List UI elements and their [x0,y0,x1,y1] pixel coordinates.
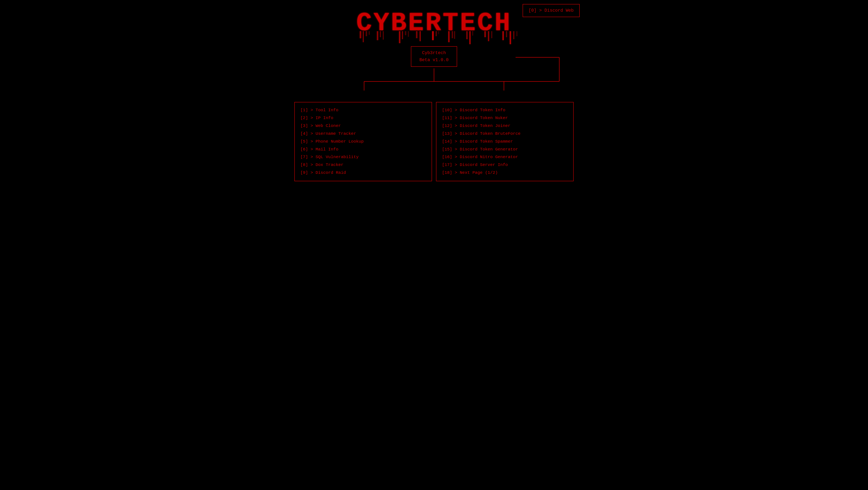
root-node: Cyb3rtech Beta v1.0.0 [411,46,457,67]
menu-item-7[interactable]: [7] > SQL Vulnerability [300,153,426,161]
menu-item-12[interactable]: [12] > Discord Token Joiner [442,122,568,130]
svg-rect-5 [399,31,400,43]
svg-rect-4 [380,31,381,37]
svg-rect-21 [513,31,515,39]
svg-rect-26 [454,31,455,39]
svg-rect-10 [432,31,434,40]
menu-item-10[interactable]: [10] > Discord Token Info [442,107,568,114]
left-menu-box: [1] > Tool Info [2] > IP Info [3] > Web … [294,102,432,181]
svg-rect-19 [506,31,507,37]
menu-item-1[interactable]: [1] > Tool Info [300,107,426,114]
right-menu-box: [10] > Discord Token Info [11] > Discord… [436,102,574,181]
svg-rect-9 [420,31,421,41]
root-line1: Cyb3rtech [422,51,446,56]
menu-item-5[interactable]: [5] > Phone Number Lookup [300,138,426,146]
menu-item-15[interactable]: [15] > Discord Token Generator [442,146,568,153]
svg-rect-22 [369,31,370,35]
menu-item-8[interactable]: [8] > Dox Tracker [300,161,426,169]
svg-rect-15 [469,31,471,44]
title-wrapper: CYBERTECH [323,4,545,44]
svg-rect-25 [438,31,439,34]
discord-web-box[interactable]: [0] > Discord Web [523,4,580,17]
menu-item-14[interactable]: [14] > Discord Token Spammer [442,138,568,146]
svg-rect-13 [452,31,453,38]
svg-rect-23 [383,31,384,40]
svg-rect-12 [448,31,450,42]
svg-rect-11 [436,31,437,36]
svg-rect-20 [509,31,511,44]
menu-item-16[interactable]: [16] > Discord Nitro Generator [442,153,568,161]
svg-rect-28 [491,31,492,38]
svg-rect-7 [405,31,406,35]
svg-rect-0 [360,31,361,38]
svg-rect-24 [408,31,409,37]
svg-rect-18 [502,31,504,40]
menu-item-11[interactable]: [11] > Discord Token Nuker [442,114,568,122]
svg-rect-29 [516,31,517,36]
svg-rect-2 [366,31,367,36]
menu-item-3[interactable]: [3] > Web Cloner [300,122,426,130]
menu-item-2[interactable]: [2] > IP Info [300,114,426,122]
root-line2: Beta v1.0.0 [419,58,448,63]
svg-rect-8 [416,31,417,38]
svg-rect-14 [466,31,468,39]
menu-item-4[interactable]: [4] > Username Tracker [300,130,426,138]
menu-item-17[interactable]: [17] > Discord Server Info [442,161,568,169]
svg-rect-27 [472,31,473,36]
menu-row: [1] > Tool Info [2] > IP Info [3] > Web … [288,102,580,181]
menu-item-6[interactable]: [6] > Mail Info [300,146,426,153]
svg-rect-16 [484,31,486,37]
svg-rect-6 [402,31,403,39]
menu-item-18[interactable]: [18] > Next Page (1/2) [442,169,568,177]
menu-item-13[interactable]: [13] > Discord Token BruteForce [442,130,568,138]
logo-svg: CYBERTECH [323,4,545,44]
tree-container: Cyb3rtech Beta v1.0.0 [0] > Discord Web … [288,46,580,181]
title-section: CYBERTECH [0,0,868,44]
svg-rect-1 [363,31,364,42]
svg-rect-17 [488,31,489,41]
discord-web-label: [0] > Discord Web [529,8,574,13]
svg-rect-3 [377,31,378,40]
menu-item-9[interactable]: [9] > Discord Raid [300,169,426,177]
